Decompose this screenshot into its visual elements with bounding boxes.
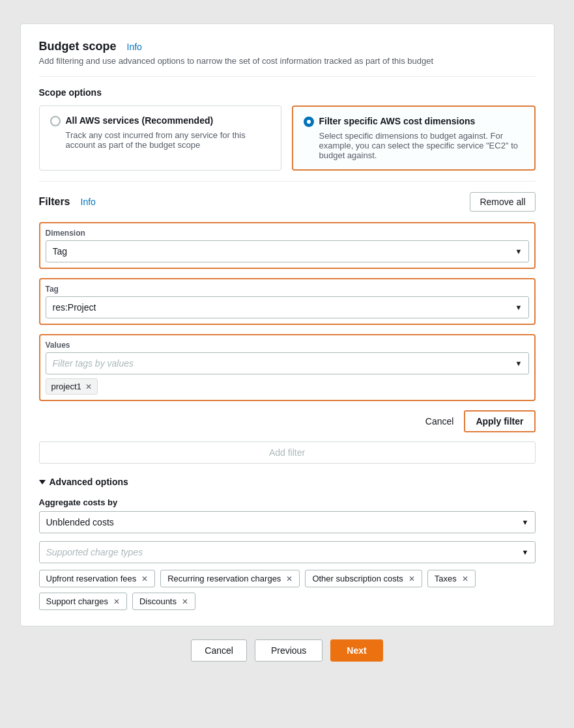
- chip-other-close[interactable]: ✕: [409, 574, 415, 583]
- advanced-options-chevron: [39, 480, 46, 484]
- chip-taxes-close[interactable]: ✕: [462, 574, 468, 583]
- values-select[interactable]: Filter tags by values: [46, 352, 529, 374]
- chip-taxes: Taxes ✕: [427, 570, 476, 587]
- values-chip-close[interactable]: ✕: [85, 383, 92, 391]
- values-chip-label: project1: [51, 382, 81, 391]
- scope-options-label: Scope options: [39, 87, 536, 98]
- advanced-options-toggle[interactable]: Advanced options: [39, 477, 536, 487]
- dimension-label: Dimension: [46, 229, 529, 238]
- chip-discounts-label: Discounts: [139, 596, 177, 606]
- chip-upfront-label: Upfront reservation fees: [46, 574, 137, 583]
- remove-all-button[interactable]: Remove all: [470, 192, 535, 212]
- values-chip: project1 ✕: [46, 378, 98, 395]
- tag-label: Tag: [46, 285, 529, 294]
- bottom-cancel-button[interactable]: Cancel: [191, 639, 247, 662]
- bottom-next-button[interactable]: Next: [330, 639, 382, 662]
- tag-field-box: Tag res:Project ▼: [39, 278, 536, 325]
- chip-recurring-close[interactable]: ✕: [286, 574, 293, 583]
- dimension-select[interactable]: Tag: [46, 240, 529, 262]
- cancel-filter-button[interactable]: Cancel: [425, 416, 454, 427]
- dimension-select-wrapper: Tag ▼: [46, 240, 529, 262]
- radio-filter-specific[interactable]: [304, 117, 314, 127]
- scope-option-filter-specific[interactable]: Filter specific AWS cost dimensions Sele…: [292, 105, 536, 171]
- chip-taxes-label: Taxes: [435, 574, 457, 583]
- chip-other-label: Other subscription costs: [312, 574, 403, 583]
- tag-select[interactable]: res:Project: [46, 296, 529, 318]
- scope-option-filter-desc: Select specific dimensions to budget aga…: [319, 131, 524, 160]
- chip-discounts: Discounts ✕: [132, 593, 195, 610]
- charge-types-chips: Upfront reservation fees ✕ Recurring res…: [39, 570, 536, 610]
- dimension-field-box: Dimension Tag ▼: [39, 222, 536, 269]
- chip-support-label: Support charges: [46, 596, 108, 606]
- aggregate-select-wrapper: Unblended costs ▼: [39, 511, 536, 533]
- scope-option-all-aws-title: All AWS services (Recommended): [66, 115, 214, 126]
- apply-filter-button[interactable]: Apply filter: [464, 410, 535, 432]
- page-subtitle: Add filtering and use advanced options t…: [39, 56, 536, 66]
- charge-types-select-wrapper: Supported charge types ▼: [39, 541, 536, 563]
- scope-option-filter-title: Filter specific AWS cost dimensions: [319, 116, 476, 126]
- values-field-box: Values Filter tags by values ▼ project1 …: [39, 334, 536, 401]
- scope-option-all-aws[interactable]: All AWS services (Recommended) Track any…: [39, 105, 281, 171]
- filters-title: Filters: [39, 196, 70, 208]
- filter-action-row: Cancel Apply filter: [39, 410, 536, 432]
- filters-info-link[interactable]: Info: [81, 197, 96, 207]
- chip-recurring: Recurring reservation charges ✕: [160, 570, 300, 587]
- charge-types-select[interactable]: Supported charge types: [39, 541, 536, 563]
- advanced-options-title: Advanced options: [50, 477, 128, 487]
- bottom-navigation: Cancel Previous Next: [20, 639, 554, 662]
- chip-other: Other subscription costs ✕: [305, 570, 422, 587]
- chip-upfront-close[interactable]: ✕: [141, 574, 148, 583]
- values-label: Values: [46, 341, 529, 350]
- tag-select-wrapper: res:Project ▼: [46, 296, 529, 318]
- budget-scope-info-link[interactable]: Info: [127, 42, 142, 52]
- chip-support: Support charges ✕: [39, 593, 127, 610]
- chip-upfront: Upfront reservation fees ✕: [39, 570, 156, 587]
- aggregate-costs-label: Aggregate costs by: [39, 497, 536, 507]
- add-filter-button[interactable]: Add filter: [39, 441, 536, 464]
- radio-all-aws[interactable]: [50, 116, 61, 126]
- bottom-previous-button[interactable]: Previous: [255, 639, 323, 662]
- values-select-wrapper: Filter tags by values ▼: [46, 352, 529, 374]
- aggregate-select[interactable]: Unblended costs: [39, 511, 536, 533]
- chip-support-close[interactable]: ✕: [113, 597, 120, 606]
- chip-recurring-label: Recurring reservation charges: [167, 574, 281, 583]
- scope-option-all-aws-desc: Track any cost incurred from any service…: [66, 130, 270, 150]
- page-title: Budget scope: [39, 40, 117, 53]
- chip-discounts-close[interactable]: ✕: [182, 597, 188, 606]
